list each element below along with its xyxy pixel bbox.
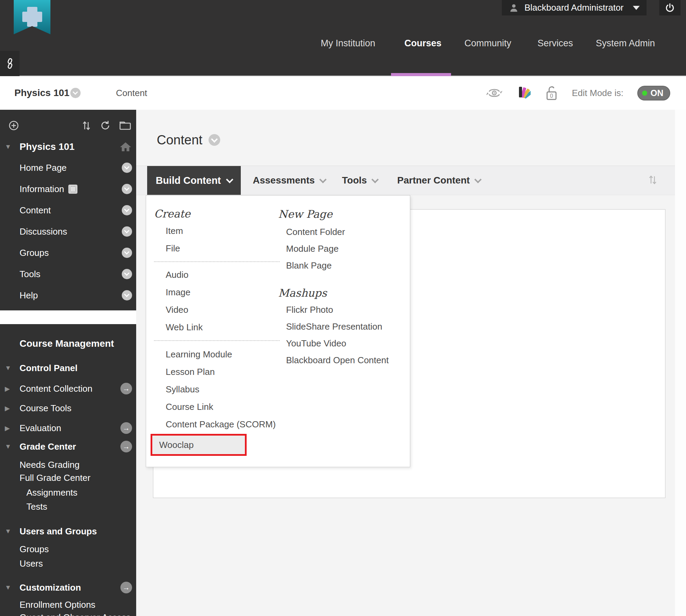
user-menu[interactable]: Blackboard Administrator [502,0,647,15]
menu-item-content-package-scorm[interactable]: Content Package (SCORM) [154,416,280,433]
home-icon[interactable] [120,142,131,152]
course-management-panel: Course Management ▼ Control Panel ▶ Cont… [0,324,136,616]
action-bar: Build Content Assessments Tools Partner … [136,166,675,195]
reorder-icon[interactable] [81,120,92,131]
open-in-new-arrow-icon[interactable] [120,422,132,434]
menu-item-item[interactable]: Item [154,222,280,240]
item-options-chevron-icon[interactable] [122,248,132,258]
tab-community[interactable]: Community [464,36,511,51]
menu-item-flickr-photo[interactable]: Flickr Photo [278,301,402,318]
blackboard-logo[interactable] [14,0,50,34]
refresh-icon[interactable] [99,120,111,131]
sidebar-item-information[interactable]: Information [0,178,136,200]
collapse-triangle-icon[interactable]: ▼ [5,584,14,591]
assessments-button[interactable]: Assessments [253,166,326,195]
sidebar-item-users-and-groups[interactable]: ▼ Users and Groups [0,524,136,539]
expand-triangle-icon[interactable]: ▶ [5,424,14,432]
sidebar-item-users-admin[interactable]: Users [0,556,136,571]
tab-courses[interactable]: Courses [404,36,441,51]
sidebar-item-evaluation[interactable]: ▶ Evaluation [0,420,136,436]
menu-item-learning-module[interactable]: Learning Module [154,346,280,363]
sidebar-item-course-tools[interactable]: ▶ Course Tools [0,401,136,416]
menu-item-file[interactable]: File [154,240,280,257]
theme-palette-icon[interactable] [516,86,531,100]
sidebar-item-guest-observer-access[interactable]: Guest and Observer Access [0,610,136,616]
tab-services[interactable]: Services [537,36,573,51]
sidebar-item-groups[interactable]: Groups [0,242,136,263]
item-options-chevron-icon[interactable] [122,226,132,237]
sort-order-icon[interactable] [648,174,658,186]
sidebar-item-help[interactable]: Help [0,285,136,306]
course-management-title: Course Management [20,336,114,351]
quick-links-button[interactable] [0,51,20,76]
collapse-triangle-icon[interactable]: ▼ [5,364,14,372]
item-options-chevron-icon[interactable] [122,269,132,279]
partner-content-button[interactable]: Partner Content [397,166,481,195]
item-options-chevron-icon[interactable] [122,290,132,300]
edit-mode-toggle[interactable]: ON [637,86,671,100]
sidebar-item-control-panel[interactable]: ▼ Control Panel [0,360,136,376]
menu-divider [154,261,280,262]
menu-item-blackboard-open-content[interactable]: Blackboard Open Content [278,352,402,369]
sidebar-item-home-page[interactable]: Home Page [0,157,136,178]
unlock-icon[interactable]: 0 [544,85,558,101]
menu-item-audio[interactable]: Audio [154,266,280,284]
page-title-row: Content [157,131,220,149]
sidebar-item-assignments[interactable]: Assignments [0,485,136,500]
add-menu-item-icon[interactable] [8,120,19,131]
menu-item-web-link[interactable]: Web Link [154,319,280,336]
create-header: Create [154,205,280,222]
menu-item-module-page[interactable]: Module Page [278,240,402,257]
build-content-button[interactable]: Build Content [147,166,241,195]
collapse-triangle-icon[interactable]: ▼ [5,443,14,450]
folder-view-icon[interactable] [119,120,131,131]
menu-item-image[interactable]: Image [154,284,280,301]
student-preview-icon[interactable] [486,87,502,99]
expand-triangle-icon[interactable]: ▶ [5,404,14,412]
menu-item-blank-page[interactable]: Blank Page [278,257,402,274]
page-tools: 0 Edit Mode is: ON [486,76,670,110]
open-in-new-arrow-icon[interactable] [120,582,132,593]
course-menu-toolbar [8,116,131,135]
edit-mode-label: Edit Mode is: [572,88,623,98]
open-in-new-arrow-icon[interactable] [120,441,132,452]
expand-triangle-icon[interactable]: ▶ [5,385,14,393]
sidebar-item-content[interactable]: Content [0,200,136,221]
new-page-column: New Page Content Folder Module Page Blan… [278,196,402,369]
sidebar-item-discussions[interactable]: Discussions [0,221,136,242]
menu-item-youtube-video[interactable]: YouTube Video [278,335,402,352]
menu-item-wooclap-highlighted[interactable]: Wooclap [151,434,247,456]
menu-item-course-link[interactable]: Course Link [154,398,280,416]
sidebar-item-grade-center[interactable]: ▼ Grade Center [0,439,136,454]
menu-item-video[interactable]: Video [154,301,280,319]
item-options-chevron-icon[interactable] [122,163,132,173]
course-menu-chevron-icon[interactable] [70,88,81,98]
menu-item-lesson-plan[interactable]: Lesson Plan [154,363,280,381]
item-options-chevron-icon[interactable] [122,184,132,194]
menu-item-content-folder[interactable]: Content Folder [278,224,402,240]
menu-item-slideshare-presentation[interactable]: SlideShare Presentation [278,318,402,335]
page-title-chevron-icon[interactable] [209,134,220,146]
sidebar-item-tests[interactable]: Tests [0,499,136,514]
tab-system-admin[interactable]: System Admin [596,36,655,51]
chevron-down-icon [226,176,233,183]
collapse-triangle-icon[interactable]: ▼ [5,143,14,151]
sidebar-item-groups-admin[interactable]: Groups [0,542,136,557]
sidebar-item-customization[interactable]: ▼ Customization [0,580,136,595]
logout-button[interactable] [659,0,681,15]
sidebar-item-tools[interactable]: Tools [0,263,136,285]
course-menu-header[interactable]: ▼ Physics 101 [5,139,131,154]
collapse-triangle-icon[interactable]: ▼ [5,528,14,535]
sidebar-item-content-collection[interactable]: ▶ Content Collection [0,381,136,396]
tab-my-institution[interactable]: My Institution [321,36,375,51]
build-content-menu: Create Item File Audio Image Video Web L… [146,195,410,467]
person-icon [509,3,519,13]
link-icon [5,58,15,69]
blackboard-app: { "header": { "user_name": "Blackboard A… [0,0,686,616]
item-options-chevron-icon[interactable] [122,205,132,215]
menu-item-syllabus[interactable]: Syllabus [154,381,280,398]
tools-button[interactable]: Tools [342,166,378,195]
edit-mode-on-dot [642,91,647,96]
open-in-new-arrow-icon[interactable] [120,383,132,394]
sidebar-item-full-grade-center[interactable]: Full Grade Center [0,470,136,485]
